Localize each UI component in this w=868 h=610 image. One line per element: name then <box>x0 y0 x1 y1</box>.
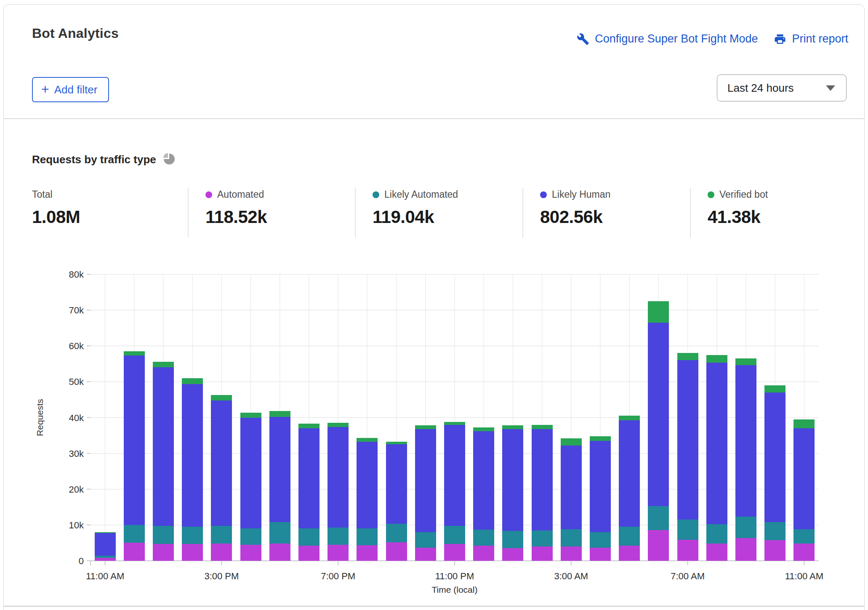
bar-segment-likely-automated-0[interactable] <box>95 556 116 558</box>
bar-segment-verified-bot-11[interactable] <box>415 425 436 429</box>
add-filter-button[interactable]: + Add filter <box>32 77 109 102</box>
bar-segment-verified-bot-1[interactable] <box>124 351 145 355</box>
bar-segment-likely-human-16[interactable] <box>561 446 582 529</box>
bar-segment-automated-14[interactable] <box>502 548 523 561</box>
bar-segment-verified-bot-22[interactable] <box>735 358 756 365</box>
bar-segment-automated-0[interactable] <box>95 558 116 561</box>
bar-segment-likely-human-12[interactable] <box>444 425 465 526</box>
bar-segment-verified-bot-24[interactable] <box>793 419 815 428</box>
bar-segment-likely-automated-15[interactable] <box>532 530 553 546</box>
print-report-link[interactable]: Print report <box>774 32 848 45</box>
bar-segment-likely-automated-16[interactable] <box>561 529 582 546</box>
bar-segment-likely-human-17[interactable] <box>590 441 611 532</box>
bar-segment-automated-11[interactable] <box>415 548 436 561</box>
bar-segment-likely-human-11[interactable] <box>415 429 436 532</box>
bar-segment-likely-human-13[interactable] <box>473 431 494 530</box>
bar-segment-likely-automated-7[interactable] <box>298 528 320 546</box>
bar-segment-automated-17[interactable] <box>590 548 611 561</box>
bar-segment-likely-human-4[interactable] <box>211 400 232 526</box>
bar-segment-verified-bot-20[interactable] <box>677 353 698 360</box>
bar-segment-likely-automated-14[interactable] <box>502 531 523 548</box>
bar-segment-verified-bot-18[interactable] <box>619 416 640 420</box>
configure-super-bot-fight-mode-link[interactable]: Configure Super Bot Fight Mode <box>577 32 758 45</box>
bar-segment-verified-bot-16[interactable] <box>561 438 582 446</box>
bar-segment-verified-bot-23[interactable] <box>764 385 785 393</box>
bar-segment-likely-human-8[interactable] <box>327 427 349 527</box>
bar-segment-verified-bot-10[interactable] <box>386 442 407 445</box>
bar-segment-likely-human-24[interactable] <box>793 428 815 529</box>
bar-segment-likely-human-22[interactable] <box>735 365 756 517</box>
bar-segment-verified-bot-13[interactable] <box>473 427 494 431</box>
bar-segment-likely-automated-19[interactable] <box>648 506 669 530</box>
bar-segment-verified-bot-19[interactable] <box>648 301 669 323</box>
bar-segment-likely-human-15[interactable] <box>532 429 553 530</box>
bar-segment-automated-7[interactable] <box>298 546 320 561</box>
bar-segment-automated-10[interactable] <box>386 542 407 561</box>
bar-segment-likely-automated-21[interactable] <box>706 524 727 544</box>
bar-segment-likely-automated-6[interactable] <box>269 522 290 544</box>
bar-segment-likely-human-3[interactable] <box>182 384 203 527</box>
bar-segment-automated-13[interactable] <box>473 546 494 561</box>
bar-segment-likely-human-5[interactable] <box>240 418 261 528</box>
bar-segment-verified-bot-0[interactable] <box>95 532 116 533</box>
bar-segment-likely-human-7[interactable] <box>298 428 320 528</box>
bar-segment-verified-bot-3[interactable] <box>182 378 203 384</box>
bar-segment-likely-automated-17[interactable] <box>590 532 611 548</box>
bar-segment-verified-bot-9[interactable] <box>357 438 378 442</box>
bar-segment-likely-human-6[interactable] <box>269 417 290 522</box>
bar-segment-verified-bot-2[interactable] <box>153 362 174 368</box>
bar-segment-automated-22[interactable] <box>735 538 756 561</box>
time-range-select[interactable]: Last 24 hours <box>717 74 847 101</box>
bar-segment-automated-2[interactable] <box>153 544 174 561</box>
bar-segment-likely-automated-22[interactable] <box>735 517 756 538</box>
bar-segment-likely-automated-5[interactable] <box>240 528 261 544</box>
bar-segment-likely-automated-23[interactable] <box>764 522 785 540</box>
bar-segment-automated-15[interactable] <box>532 546 553 561</box>
bar-segment-likely-automated-2[interactable] <box>153 526 174 544</box>
bar-segment-automated-16[interactable] <box>561 546 582 561</box>
bar-segment-verified-bot-17[interactable] <box>590 436 611 441</box>
bar-segment-likely-human-18[interactable] <box>619 420 640 527</box>
bar-segment-verified-bot-4[interactable] <box>211 395 232 400</box>
bar-segment-automated-23[interactable] <box>764 540 785 561</box>
bar-segment-likely-automated-24[interactable] <box>793 529 815 544</box>
bar-segment-likely-automated-1[interactable] <box>124 525 145 543</box>
bar-segment-automated-20[interactable] <box>677 540 698 561</box>
bar-segment-likely-automated-20[interactable] <box>677 520 698 540</box>
bar-segment-likely-automated-4[interactable] <box>211 526 232 544</box>
bar-segment-likely-human-23[interactable] <box>764 393 785 522</box>
bar-segment-automated-24[interactable] <box>793 544 815 561</box>
bar-segment-verified-bot-7[interactable] <box>298 424 320 428</box>
bar-segment-likely-automated-8[interactable] <box>327 528 349 545</box>
bar-segment-verified-bot-15[interactable] <box>532 425 553 429</box>
bar-segment-automated-1[interactable] <box>124 543 145 561</box>
bar-segment-automated-12[interactable] <box>444 544 465 561</box>
bar-segment-likely-human-20[interactable] <box>677 360 698 520</box>
bar-segment-likely-automated-9[interactable] <box>357 528 378 545</box>
bar-segment-verified-bot-21[interactable] <box>706 355 727 363</box>
bar-segment-likely-human-14[interactable] <box>502 429 523 531</box>
bar-segment-automated-9[interactable] <box>357 545 378 561</box>
bar-segment-likely-human-1[interactable] <box>124 355 145 525</box>
bar-segment-likely-automated-18[interactable] <box>619 527 640 546</box>
bar-segment-likely-automated-3[interactable] <box>182 527 203 544</box>
bar-segment-likely-human-10[interactable] <box>386 444 407 524</box>
bar-segment-automated-3[interactable] <box>182 544 203 561</box>
bar-segment-verified-bot-8[interactable] <box>327 423 349 427</box>
bar-segment-verified-bot-12[interactable] <box>444 422 465 425</box>
bar-segment-likely-human-19[interactable] <box>648 323 669 506</box>
bar-segment-verified-bot-5[interactable] <box>240 413 261 418</box>
bar-segment-likely-automated-11[interactable] <box>415 532 436 548</box>
bar-segment-automated-5[interactable] <box>240 545 261 561</box>
bar-segment-automated-6[interactable] <box>269 544 290 561</box>
bar-segment-automated-4[interactable] <box>211 544 232 561</box>
bar-segment-likely-automated-12[interactable] <box>444 526 465 544</box>
bar-segment-likely-human-21[interactable] <box>706 363 727 524</box>
bar-segment-automated-21[interactable] <box>706 544 727 561</box>
bar-segment-automated-8[interactable] <box>327 545 349 561</box>
bar-segment-likely-human-0[interactable] <box>95 533 116 556</box>
bar-segment-automated-18[interactable] <box>619 546 640 561</box>
bar-segment-likely-human-9[interactable] <box>357 442 378 529</box>
bar-segment-likely-automated-13[interactable] <box>473 530 494 546</box>
bar-segment-automated-19[interactable] <box>648 530 669 561</box>
